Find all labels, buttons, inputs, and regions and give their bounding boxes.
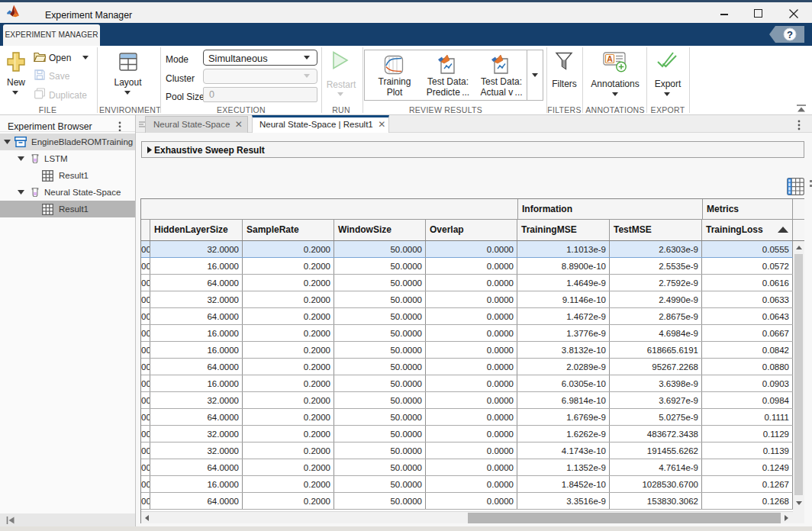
svg-text:A: A — [607, 54, 613, 63]
svg-text:?: ? — [787, 29, 793, 40]
